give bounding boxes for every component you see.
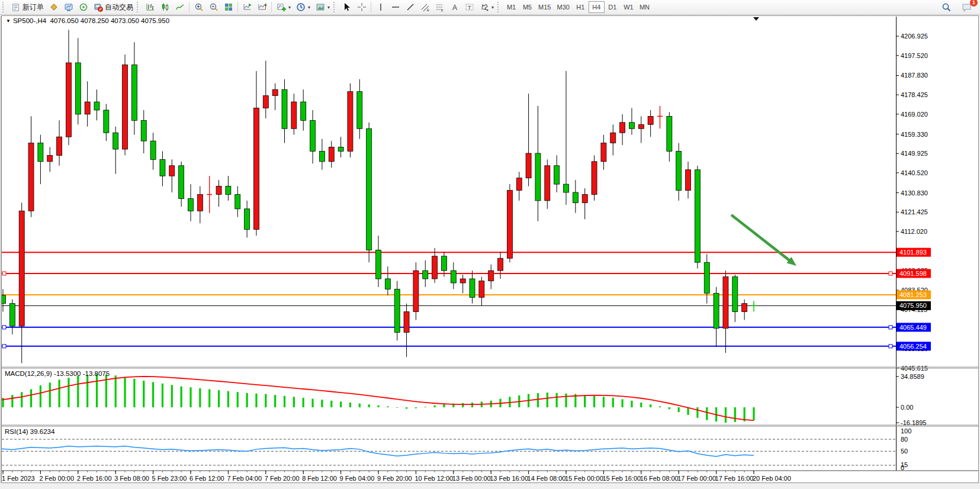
candle-body bbox=[28, 143, 34, 211]
crosshair-tool-button[interactable] bbox=[354, 1, 369, 14]
templates-button[interactable]: ▾ bbox=[313, 1, 332, 14]
rsi-name: RSI(14) bbox=[5, 428, 28, 435]
arrows-tool-button[interactable]: ▾ bbox=[477, 1, 496, 14]
candle-body bbox=[75, 63, 81, 114]
hline-right-handle[interactable] bbox=[889, 345, 892, 348]
candle bbox=[695, 166, 700, 269]
time-axis-label: 6 Feb 12:00 bbox=[189, 475, 224, 482]
time-axis-label: 5 Feb 23:00 bbox=[152, 475, 187, 482]
candle-body bbox=[592, 162, 597, 195]
bar-chart-type-button[interactable] bbox=[143, 1, 158, 14]
zoom-out-button[interactable] bbox=[206, 1, 221, 14]
candle-body bbox=[470, 279, 475, 297]
vertical-line-tool-button[interactable] bbox=[373, 1, 388, 14]
add-indicator-button[interactable]: ▾ bbox=[274, 1, 293, 14]
hline-left-handle[interactable] bbox=[2, 326, 6, 329]
add-indicator-icon bbox=[276, 2, 286, 12]
channel-tool-button[interactable]: E bbox=[417, 1, 432, 14]
hline-right-handle[interactable] bbox=[889, 326, 892, 329]
text-label-icon: T bbox=[464, 2, 474, 12]
time-axis-label: 16 Feb 08:00 bbox=[640, 475, 679, 482]
time-axis-label: 17 Feb 16:00 bbox=[715, 475, 754, 482]
candle bbox=[123, 54, 128, 155]
trendline-tool-button[interactable] bbox=[403, 1, 417, 14]
candle-body bbox=[667, 116, 672, 151]
candle bbox=[394, 281, 400, 340]
toolbar-grip[interactable] bbox=[2, 2, 7, 12]
search-button[interactable] bbox=[939, 1, 953, 14]
vertical-line-icon bbox=[375, 2, 385, 12]
candle-body bbox=[38, 143, 43, 162]
chart-shift-button[interactable] bbox=[255, 1, 269, 14]
candle-body bbox=[235, 194, 240, 208]
svg-text:T: T bbox=[468, 5, 471, 11]
horizontal-line-tool-button[interactable] bbox=[388, 1, 403, 14]
zoom-in-button[interactable] bbox=[191, 1, 206, 14]
timeframe-m30-button[interactable]: M30 bbox=[554, 1, 572, 13]
price-line-axis-value: 4065.449 bbox=[899, 324, 927, 331]
timeframe-h1-button[interactable]: H1 bbox=[573, 1, 589, 13]
candle-body bbox=[460, 279, 465, 283]
dropdown-caret-icon: ▾ bbox=[308, 5, 310, 10]
toolbar-grip[interactable] bbox=[497, 2, 502, 12]
timeframe-m1-button[interactable]: M1 bbox=[503, 1, 519, 13]
tile-windows-button[interactable] bbox=[221, 1, 236, 14]
charts-profile-button[interactable] bbox=[46, 1, 61, 14]
auto-scroll-button[interactable] bbox=[240, 1, 255, 14]
text-tool-button[interactable]: A bbox=[447, 1, 462, 14]
time-axis-label: 3 Feb 08:00 bbox=[114, 475, 149, 482]
zoom-in-icon bbox=[194, 2, 204, 12]
candle-body bbox=[404, 312, 409, 333]
candle-body bbox=[714, 293, 719, 328]
candle-body bbox=[441, 256, 446, 271]
hline-right-handle[interactable] bbox=[889, 272, 892, 275]
chart-canvas[interactable]: 4206.9254197.5204187.8304178.4254169.020… bbox=[0, 0, 980, 489]
line-chart-type-button[interactable] bbox=[172, 1, 187, 14]
autotrading-label: 自动交易 bbox=[105, 2, 133, 12]
candle-body bbox=[57, 137, 62, 155]
toolbar-grip[interactable] bbox=[333, 2, 338, 12]
notification-badge: 1 bbox=[970, 0, 978, 7]
search-icon bbox=[941, 2, 951, 12]
notifications-button[interactable]: 1 bbox=[959, 1, 974, 14]
candle-body bbox=[263, 96, 268, 108]
cursor-tool-button[interactable] bbox=[339, 1, 354, 14]
time-axis-label: 2 Feb 00:00 bbox=[39, 475, 74, 482]
price-line-axis-value: 4091.598 bbox=[899, 270, 927, 277]
market-watch-icon bbox=[63, 2, 73, 12]
timeframe-mn-button[interactable]: MN bbox=[637, 1, 653, 13]
candle-body bbox=[301, 102, 306, 120]
fibonacci-icon: F bbox=[435, 2, 445, 12]
candle-body bbox=[253, 108, 259, 230]
fibonacci-tool-button[interactable]: F bbox=[432, 1, 447, 14]
price-tick-label: 4206.925 bbox=[901, 33, 928, 40]
hline-left-handle[interactable] bbox=[2, 345, 6, 348]
autotrading-button[interactable]: 自动交易 bbox=[91, 1, 136, 14]
market-watch-button[interactable] bbox=[61, 1, 76, 14]
timeframe-m5-button[interactable]: M5 bbox=[519, 1, 535, 13]
signals-button[interactable] bbox=[76, 1, 91, 14]
label-tool-button[interactable]: T bbox=[462, 1, 477, 14]
svg-text:E: E bbox=[427, 8, 429, 12]
price-line-axis-value: 4101.893 bbox=[899, 249, 927, 256]
timeframe-d1-button[interactable]: D1 bbox=[605, 1, 621, 13]
collapse-triangle-icon[interactable]: ▼ bbox=[6, 18, 11, 24]
price-tick-label: 4121.425 bbox=[901, 208, 928, 215]
toolbar-grip[interactable] bbox=[137, 2, 141, 12]
candle-body bbox=[160, 159, 165, 176]
timeframe-m15-button[interactable]: M15 bbox=[535, 1, 554, 13]
candle-body bbox=[695, 170, 700, 262]
dropdown-caret-icon: ▾ bbox=[288, 5, 291, 10]
timeframe-w1-button[interactable]: W1 bbox=[621, 1, 637, 13]
rsi-axis-label: 50 bbox=[901, 448, 908, 455]
hline-left-handle[interactable] bbox=[2, 272, 6, 275]
candlestick-chart-type-button[interactable] bbox=[158, 1, 172, 14]
candle-body bbox=[732, 277, 738, 312]
new-order-button[interactable]: 新订单 bbox=[8, 1, 46, 14]
gold-diamond-icon bbox=[49, 2, 59, 12]
candle-body bbox=[141, 120, 146, 141]
time-axis-label: 13 Feb 16:00 bbox=[490, 475, 528, 482]
periods-button[interactable]: ▾ bbox=[293, 1, 313, 14]
timeframe-h4-button[interactable]: H4 bbox=[589, 1, 605, 13]
candle bbox=[507, 184, 512, 262]
